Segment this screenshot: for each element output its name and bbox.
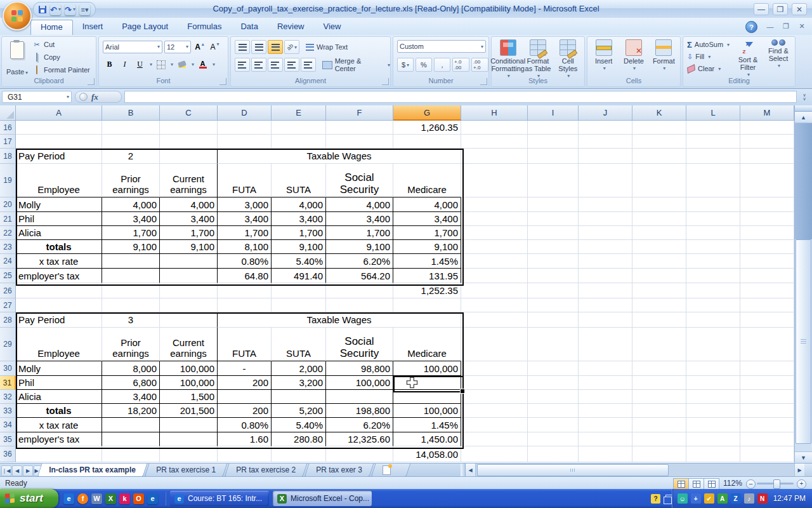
cell-I34[interactable] xyxy=(528,418,579,432)
cell-G23[interactable]: 9,100 xyxy=(393,240,461,254)
cell-G36[interactable]: 14,058.00 xyxy=(393,446,461,462)
cell-B18[interactable]: 2 xyxy=(102,149,160,164)
cell-K30[interactable] xyxy=(632,361,686,376)
row-header-22[interactable]: 22 xyxy=(0,226,16,240)
cell-B30[interactable]: 8,000 xyxy=(102,361,160,376)
cell-J30[interactable] xyxy=(579,361,632,376)
cell-D22[interactable]: 1,700 xyxy=(218,226,272,240)
cell-M19[interactable] xyxy=(740,164,794,197)
format-cells-button[interactable]: Format▾ xyxy=(649,38,678,72)
cell-A23[interactable]: totals xyxy=(16,240,102,254)
row-header-24[interactable]: 24 xyxy=(0,254,16,269)
cell-E27[interactable] xyxy=(272,298,326,312)
delete-cells-button[interactable]: Delete▾ xyxy=(619,38,648,72)
row-header-25[interactable]: 25 xyxy=(0,269,16,283)
cell-D19[interactable]: FUTA xyxy=(218,164,272,197)
cell-B28[interactable]: 3 xyxy=(102,312,160,328)
cell-A33[interactable]: totals xyxy=(16,404,102,418)
wrap-text-button[interactable]: Wrap Text xyxy=(306,41,348,53)
cell-G29[interactable]: Medicare xyxy=(393,328,461,361)
cell-H21[interactable] xyxy=(461,212,528,226)
workbook-close-button[interactable]: ✕ xyxy=(796,22,808,31)
page-break-view-button[interactable] xyxy=(704,478,719,490)
cell-A22[interactable]: Alicia xyxy=(16,226,102,240)
cell-L17[interactable] xyxy=(686,135,740,149)
internet-explorer-icon[interactable]: e xyxy=(63,493,74,504)
cell-D26[interactable] xyxy=(218,283,272,298)
cell-D30[interactable]: - xyxy=(218,361,272,376)
align-bottom-button[interactable] xyxy=(268,40,283,54)
row-header-17[interactable]: 17 xyxy=(0,135,16,149)
row-header-34[interactable]: 34 xyxy=(0,418,16,432)
cell-J20[interactable] xyxy=(579,197,632,212)
cell-M25[interactable] xyxy=(740,269,794,283)
copy-button[interactable]: Copy xyxy=(32,52,90,62)
cell-G25[interactable]: 131.95 xyxy=(393,269,461,283)
cell-M29[interactable] xyxy=(740,328,794,361)
cell-L36[interactable] xyxy=(686,446,740,462)
clear-button[interactable]: Clear▾ xyxy=(687,64,730,74)
cell-F16[interactable] xyxy=(326,121,393,135)
cell-H24[interactable] xyxy=(461,254,528,269)
cell-E36[interactable] xyxy=(272,446,326,462)
cell-M18[interactable] xyxy=(740,149,794,164)
select-all-button[interactable] xyxy=(0,105,16,121)
messenger-icon[interactable]: ☺ xyxy=(678,493,688,504)
tab-formulas[interactable]: Formulas xyxy=(178,20,231,35)
column-header-L[interactable]: L xyxy=(686,105,740,121)
cell-G19[interactable]: Medicare xyxy=(393,164,461,197)
fill-color-button[interactable] xyxy=(175,58,188,71)
cell-B24[interactable] xyxy=(102,254,160,269)
cell-J21[interactable] xyxy=(579,212,632,226)
cell-F26[interactable] xyxy=(326,283,393,298)
column-header-G[interactable]: G xyxy=(393,105,461,121)
column-header-K[interactable]: K xyxy=(632,105,686,121)
row-header-29[interactable]: 29 xyxy=(0,328,16,361)
cell-A25[interactable]: employer's tax xyxy=(16,269,102,283)
volume-icon[interactable]: ♪ xyxy=(744,493,754,504)
cell-B32[interactable]: 3,400 xyxy=(102,390,160,404)
cell-B27[interactable] xyxy=(102,298,160,312)
cell-E19[interactable]: SUTA xyxy=(272,164,326,197)
comma-format-button[interactable]: , xyxy=(434,58,450,72)
cell-F19[interactable]: Social Security xyxy=(326,164,393,197)
cell-B25[interactable] xyxy=(102,269,160,283)
cell-J29[interactable] xyxy=(579,328,632,361)
cell-H19[interactable] xyxy=(461,164,528,197)
zoom-level[interactable]: 112% xyxy=(723,479,742,488)
align-right-button[interactable] xyxy=(268,58,283,72)
cell-H29[interactable] xyxy=(461,328,528,361)
currency-format-button[interactable]: $▾ xyxy=(397,58,414,72)
font-dialog-launcher-icon[interactable] xyxy=(219,78,226,85)
cell-J25[interactable] xyxy=(579,269,632,283)
next-sheet-button[interactable]: ▶ xyxy=(23,465,33,476)
scroll-right-icon[interactable]: ▶ xyxy=(794,464,804,477)
cell-D24[interactable]: 0.80% xyxy=(218,254,272,269)
cell-L33[interactable] xyxy=(686,404,740,418)
align-top-button[interactable] xyxy=(235,40,250,54)
cell-H33[interactable] xyxy=(461,404,528,418)
cell-A31[interactable]: Phil xyxy=(16,376,102,390)
cell-K35[interactable] xyxy=(632,432,686,446)
cell-F23[interactable]: 9,100 xyxy=(326,240,393,254)
cell-G22[interactable]: 1,700 xyxy=(393,226,461,240)
cell-M17[interactable] xyxy=(740,135,794,149)
cell-A16[interactable] xyxy=(16,121,102,135)
cell-L32[interactable] xyxy=(686,390,740,404)
cell-G27[interactable] xyxy=(393,298,461,312)
cut-button[interactable]: ✂Cut xyxy=(32,39,90,50)
cell-L22[interactable] xyxy=(686,226,740,240)
increase-decimal-button[interactable]: +.0 .00 xyxy=(452,58,469,72)
cell-D20[interactable]: 3,000 xyxy=(218,197,272,212)
cell-L24[interactable] xyxy=(686,254,740,269)
column-header-M[interactable]: M xyxy=(740,105,794,121)
cell-F21[interactable]: 3,400 xyxy=(326,212,393,226)
cell-H16[interactable] xyxy=(461,121,528,135)
underline-button[interactable]: U xyxy=(133,58,147,71)
cell-F31[interactable]: 100,000 xyxy=(326,376,393,390)
decrease-indent-button[interactable] xyxy=(284,58,299,72)
column-header-J[interactable]: J xyxy=(579,105,632,121)
tab-insert[interactable]: Insert xyxy=(73,20,113,35)
cell-B22[interactable]: 1,700 xyxy=(102,226,160,240)
cell-D17[interactable] xyxy=(218,135,272,149)
